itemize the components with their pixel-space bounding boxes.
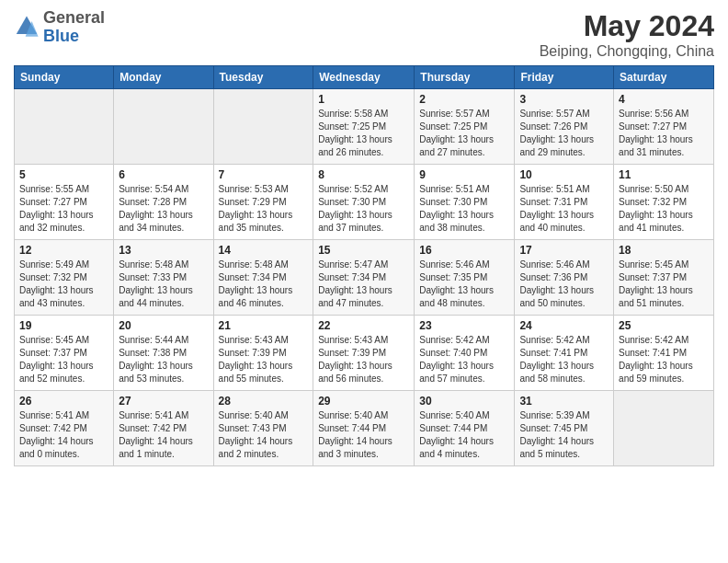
logo-blue-text: Blue bbox=[43, 27, 79, 45]
day-info: Sunrise: 5:51 AMSunset: 7:31 PMDaylight:… bbox=[519, 183, 609, 235]
day-number: 24 bbox=[519, 319, 609, 332]
day-number: 4 bbox=[619, 93, 709, 106]
day-number: 27 bbox=[119, 395, 208, 408]
day-info: Sunrise: 5:45 AMSunset: 7:37 PMDaylight:… bbox=[619, 259, 709, 310]
calendar-cell: 19Sunrise: 5:45 AMSunset: 7:37 PMDayligh… bbox=[15, 316, 114, 391]
day-info: Sunrise: 5:42 AMSunset: 7:41 PMDaylight:… bbox=[519, 334, 609, 385]
day-info: Sunrise: 5:56 AMSunset: 7:27 PMDaylight:… bbox=[619, 108, 709, 159]
week-row-2: 5Sunrise: 5:55 AMSunset: 7:27 PMDaylight… bbox=[15, 165, 714, 240]
day-header-monday: Monday bbox=[114, 66, 213, 89]
day-header-thursday: Thursday bbox=[415, 66, 515, 89]
page-container: General Blue May 2024 Beiping, Chongqing… bbox=[0, 0, 728, 476]
day-info: Sunrise: 5:47 AMSunset: 7:34 PMDaylight:… bbox=[318, 259, 409, 310]
day-number: 5 bbox=[19, 168, 108, 181]
day-info: Sunrise: 5:51 AMSunset: 7:30 PMDaylight:… bbox=[419, 183, 509, 235]
day-info: Sunrise: 5:57 AMSunset: 7:26 PMDaylight:… bbox=[519, 108, 609, 159]
logo-icon bbox=[14, 15, 40, 40]
calendar-cell: 17Sunrise: 5:46 AMSunset: 7:36 PMDayligh… bbox=[515, 240, 614, 316]
main-title: May 2024 bbox=[540, 9, 714, 43]
logo: General Blue bbox=[14, 9, 105, 46]
title-block: May 2024 Beiping, Chongqing, China bbox=[540, 9, 714, 60]
day-number: 29 bbox=[318, 395, 409, 408]
day-number: 20 bbox=[119, 319, 208, 332]
day-info: Sunrise: 5:57 AMSunset: 7:25 PMDaylight:… bbox=[419, 108, 509, 159]
day-number: 26 bbox=[19, 395, 108, 408]
day-info: Sunrise: 5:40 AMSunset: 7:44 PMDaylight:… bbox=[318, 409, 409, 461]
calendar-cell: 6Sunrise: 5:54 AMSunset: 7:28 PMDaylight… bbox=[114, 165, 213, 240]
calendar-cell: 15Sunrise: 5:47 AMSunset: 7:34 PMDayligh… bbox=[313, 240, 415, 316]
day-number: 11 bbox=[619, 168, 709, 181]
day-number: 15 bbox=[318, 244, 409, 257]
day-info: Sunrise: 5:46 AMSunset: 7:36 PMDaylight:… bbox=[519, 259, 609, 310]
day-info: Sunrise: 5:43 AMSunset: 7:39 PMDaylight:… bbox=[318, 334, 409, 385]
calendar-table: SundayMondayTuesdayWednesdayThursdayFrid… bbox=[14, 65, 714, 466]
calendar-cell: 30Sunrise: 5:40 AMSunset: 7:44 PMDayligh… bbox=[415, 391, 515, 466]
day-number: 18 bbox=[619, 244, 709, 257]
day-number: 6 bbox=[119, 168, 208, 181]
calendar-cell: 18Sunrise: 5:45 AMSunset: 7:37 PMDayligh… bbox=[614, 240, 714, 316]
calendar-cell: 21Sunrise: 5:43 AMSunset: 7:39 PMDayligh… bbox=[213, 316, 313, 391]
calendar-cell: 5Sunrise: 5:55 AMSunset: 7:27 PMDaylight… bbox=[15, 165, 114, 240]
day-info: Sunrise: 5:43 AMSunset: 7:39 PMDaylight:… bbox=[219, 334, 309, 385]
day-number: 12 bbox=[19, 244, 108, 257]
calendar-cell: 12Sunrise: 5:49 AMSunset: 7:32 PMDayligh… bbox=[15, 240, 114, 316]
day-header-friday: Friday bbox=[515, 66, 614, 89]
day-number: 2 bbox=[419, 93, 509, 106]
calendar-cell: 23Sunrise: 5:42 AMSunset: 7:40 PMDayligh… bbox=[415, 316, 515, 391]
day-number: 25 bbox=[619, 319, 709, 332]
logo-general-text: General bbox=[43, 8, 105, 27]
calendar-cell: 24Sunrise: 5:42 AMSunset: 7:41 PMDayligh… bbox=[515, 316, 614, 391]
day-header-tuesday: Tuesday bbox=[213, 66, 313, 89]
day-number: 10 bbox=[519, 168, 609, 181]
calendar-cell: 10Sunrise: 5:51 AMSunset: 7:31 PMDayligh… bbox=[515, 165, 614, 240]
day-info: Sunrise: 5:39 AMSunset: 7:45 PMDaylight:… bbox=[519, 409, 609, 461]
calendar-cell: 13Sunrise: 5:48 AMSunset: 7:33 PMDayligh… bbox=[114, 240, 213, 316]
calendar-cell bbox=[614, 391, 714, 466]
day-info: Sunrise: 5:42 AMSunset: 7:41 PMDaylight:… bbox=[619, 334, 709, 385]
calendar-cell bbox=[15, 89, 114, 165]
week-row-4: 19Sunrise: 5:45 AMSunset: 7:37 PMDayligh… bbox=[15, 316, 714, 391]
header: General Blue May 2024 Beiping, Chongqing… bbox=[14, 9, 714, 60]
day-number: 19 bbox=[19, 319, 108, 332]
day-number: 31 bbox=[519, 395, 609, 408]
day-info: Sunrise: 5:53 AMSunset: 7:29 PMDaylight:… bbox=[219, 183, 309, 235]
day-number: 8 bbox=[318, 168, 409, 181]
calendar-cell bbox=[213, 89, 313, 165]
calendar-cell: 26Sunrise: 5:41 AMSunset: 7:42 PMDayligh… bbox=[15, 391, 114, 466]
week-row-3: 12Sunrise: 5:49 AMSunset: 7:32 PMDayligh… bbox=[15, 240, 714, 316]
day-info: Sunrise: 5:54 AMSunset: 7:28 PMDaylight:… bbox=[119, 183, 208, 235]
day-header-saturday: Saturday bbox=[614, 66, 714, 89]
day-info: Sunrise: 5:44 AMSunset: 7:38 PMDaylight:… bbox=[119, 334, 208, 385]
calendar-cell: 27Sunrise: 5:41 AMSunset: 7:42 PMDayligh… bbox=[114, 391, 213, 466]
day-header-wednesday: Wednesday bbox=[313, 66, 415, 89]
calendar-cell: 16Sunrise: 5:46 AMSunset: 7:35 PMDayligh… bbox=[415, 240, 515, 316]
day-info: Sunrise: 5:49 AMSunset: 7:32 PMDaylight:… bbox=[19, 259, 108, 310]
day-number: 3 bbox=[519, 93, 609, 106]
day-number: 1 bbox=[318, 93, 409, 106]
calendar-cell: 1Sunrise: 5:58 AMSunset: 7:25 PMDaylight… bbox=[313, 89, 415, 165]
day-number: 16 bbox=[419, 244, 509, 257]
calendar-cell: 7Sunrise: 5:53 AMSunset: 7:29 PMDaylight… bbox=[213, 165, 313, 240]
day-number: 30 bbox=[419, 395, 509, 408]
day-number: 13 bbox=[119, 244, 208, 257]
day-header-sunday: Sunday bbox=[15, 66, 114, 89]
calendar-cell: 20Sunrise: 5:44 AMSunset: 7:38 PMDayligh… bbox=[114, 316, 213, 391]
day-number: 9 bbox=[419, 168, 509, 181]
week-row-5: 26Sunrise: 5:41 AMSunset: 7:42 PMDayligh… bbox=[15, 391, 714, 466]
day-info: Sunrise: 5:46 AMSunset: 7:35 PMDaylight:… bbox=[419, 259, 509, 310]
day-number: 28 bbox=[219, 395, 309, 408]
day-info: Sunrise: 5:48 AMSunset: 7:33 PMDaylight:… bbox=[119, 259, 208, 310]
week-row-1: 1Sunrise: 5:58 AMSunset: 7:25 PMDaylight… bbox=[15, 89, 714, 165]
day-info: Sunrise: 5:58 AMSunset: 7:25 PMDaylight:… bbox=[318, 108, 409, 159]
day-number: 22 bbox=[318, 319, 409, 332]
calendar-cell: 31Sunrise: 5:39 AMSunset: 7:45 PMDayligh… bbox=[515, 391, 614, 466]
calendar-cell: 9Sunrise: 5:51 AMSunset: 7:30 PMDaylight… bbox=[415, 165, 515, 240]
day-info: Sunrise: 5:45 AMSunset: 7:37 PMDaylight:… bbox=[19, 334, 108, 385]
day-info: Sunrise: 5:41 AMSunset: 7:42 PMDaylight:… bbox=[119, 409, 208, 461]
day-number: 7 bbox=[219, 168, 309, 181]
day-number: 23 bbox=[419, 319, 509, 332]
day-info: Sunrise: 5:50 AMSunset: 7:32 PMDaylight:… bbox=[619, 183, 709, 235]
subtitle: Beiping, Chongqing, China bbox=[540, 43, 714, 60]
calendar-cell: 14Sunrise: 5:48 AMSunset: 7:34 PMDayligh… bbox=[213, 240, 313, 316]
day-number: 17 bbox=[519, 244, 609, 257]
